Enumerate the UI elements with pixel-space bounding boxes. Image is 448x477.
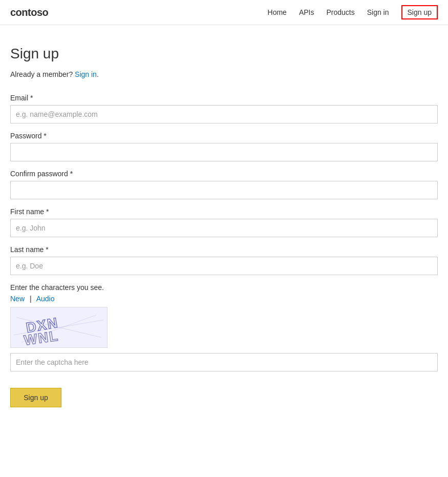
nav-signin[interactable]: Sign in <box>367 8 389 16</box>
password-group: Password * <box>10 132 438 161</box>
site-header: contoso Home APIs Products Sign in Sign … <box>0 0 448 25</box>
confirm-password-group: Confirm password * <box>10 170 438 199</box>
nav-products[interactable]: Products <box>326 8 354 16</box>
captcha-input[interactable] <box>10 353 438 371</box>
email-input[interactable] <box>10 105 438 123</box>
captcha-instruction: Enter the characters you see. <box>10 283 438 292</box>
signup-button[interactable]: Sign up <box>10 388 61 407</box>
captcha-svg: DXN WNL <box>11 307 107 347</box>
email-group: Email * <box>10 94 438 123</box>
password-label: Password * <box>10 132 438 140</box>
signup-form: Email * Password * Confirm password * Fi… <box>10 94 438 407</box>
captcha-new-link[interactable]: New <box>10 295 25 303</box>
captcha-audio-link[interactable]: Audio <box>36 295 55 303</box>
nav-signup[interactable]: Sign up <box>401 5 438 19</box>
password-input[interactable] <box>10 143 438 161</box>
last-name-label: Last name * <box>10 245 438 254</box>
confirm-password-input[interactable] <box>10 181 438 199</box>
nav-home[interactable]: Home <box>268 8 287 16</box>
email-label: Email * <box>10 94 438 102</box>
captcha-section: Enter the characters you see. New | Audi… <box>10 283 438 371</box>
main-content: Sign up Already a member? Sign in. Email… <box>0 25 448 428</box>
captcha-links: New | Audio <box>10 295 438 303</box>
page-title: Sign up <box>10 46 438 62</box>
first-name-label: First name * <box>10 208 438 216</box>
site-logo: contoso <box>10 7 48 18</box>
confirm-password-label: Confirm password * <box>10 170 438 178</box>
signin-link[interactable]: Sign in <box>75 70 97 78</box>
last-name-input[interactable] <box>10 257 438 275</box>
first-name-group: First name * <box>10 208 438 237</box>
nav-apis[interactable]: APIs <box>299 8 314 16</box>
captcha-image: DXN WNL <box>10 307 108 348</box>
first-name-input[interactable] <box>10 219 438 237</box>
captcha-separator: | <box>30 295 32 303</box>
main-nav: Home APIs Products Sign in Sign up <box>268 5 438 19</box>
last-name-group: Last name * <box>10 245 438 275</box>
already-member-text: Already a member? Sign in. <box>10 70 438 78</box>
